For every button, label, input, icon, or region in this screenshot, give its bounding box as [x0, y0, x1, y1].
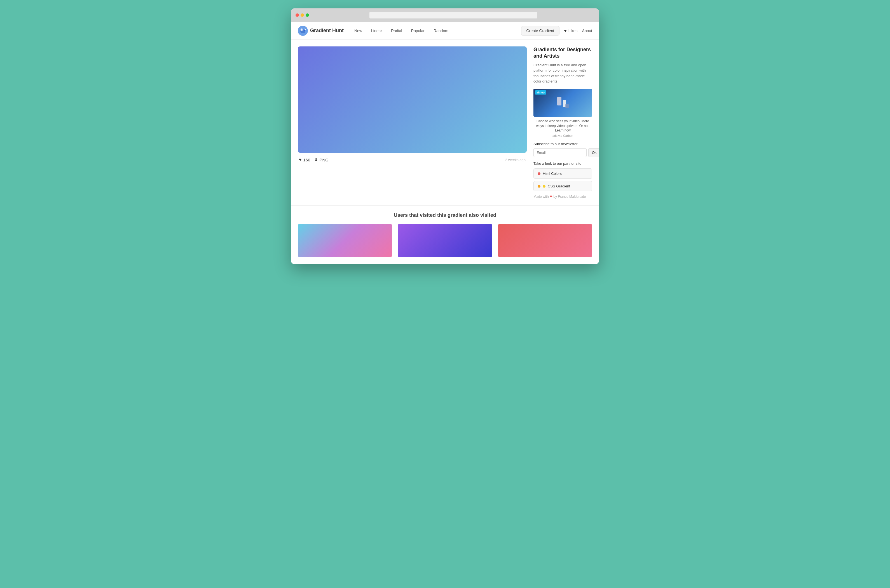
- gradient-section: ♥ 160 ⬇ PNG 2 weeks ago: [298, 46, 527, 199]
- css-gradient-button[interactable]: CSS Gradient: [534, 181, 592, 191]
- gradient-meta: ♥ 160 ⬇ PNG 2 weeks ago: [298, 153, 527, 167]
- svg-rect-5: [557, 97, 561, 105]
- svg-point-7: [565, 104, 569, 108]
- partner-label: Take a look to our partner site: [534, 161, 592, 166]
- logo-area: Gradient Hunt: [298, 26, 344, 36]
- also-visited-title: Users that visited this gradient also vi…: [298, 212, 592, 218]
- browser-content: Gradient Hunt New Linear Radial Popular …: [291, 22, 599, 264]
- likes-label: Likes: [568, 28, 578, 33]
- html-colors-label: Html Colors: [543, 171, 562, 176]
- sidebar-description: Gradient Hunt is a free and open platfor…: [534, 62, 592, 84]
- dot-red[interactable]: [296, 14, 299, 17]
- likes-link[interactable]: ♥ Likes: [564, 28, 577, 33]
- header-right: Create Gradient ♥ Likes About: [521, 26, 592, 36]
- create-gradient-button[interactable]: Create Gradient: [521, 26, 560, 36]
- heart-icon: ♥: [564, 28, 567, 33]
- heart-made-with: ❤: [550, 195, 552, 199]
- html-colors-icon: [538, 172, 540, 175]
- nav-links: New Linear Radial Popular Random: [350, 27, 452, 34]
- nav-random[interactable]: Random: [430, 27, 452, 34]
- download-png-button[interactable]: ⬇ PNG: [314, 157, 329, 162]
- ad-text: Choose who sees your video. More ways to…: [534, 119, 592, 133]
- gradient-card-1[interactable]: [298, 224, 392, 257]
- download-icon: ⬇: [314, 157, 318, 162]
- ad-box: vimeo Choose who sees your video. More w…: [534, 88, 592, 137]
- html-colors-button[interactable]: Html Colors: [534, 168, 592, 179]
- made-with: Made with ❤ by Franco Maldonado: [534, 195, 592, 199]
- dot-green[interactable]: [306, 14, 309, 17]
- ad-image[interactable]: vimeo: [534, 88, 592, 117]
- like-number: 160: [304, 158, 310, 162]
- nav-popular[interactable]: Popular: [407, 27, 428, 34]
- gradient-card-2[interactable]: [398, 224, 492, 257]
- like-count[interactable]: ♥ 160: [299, 157, 310, 162]
- svg-point-4: [301, 29, 302, 30]
- browser-chrome: [291, 8, 599, 22]
- heart-filled-icon: ♥: [299, 157, 302, 162]
- newsletter-section: Subscribe to our newsletter Ok: [534, 142, 592, 157]
- main-content: ♥ 160 ⬇ PNG 2 weeks ago Gradients for De…: [291, 40, 599, 206]
- download-label: PNG: [320, 158, 329, 162]
- site-header: Gradient Hunt New Linear Radial Popular …: [291, 22, 599, 40]
- gradient-meta-left: ♥ 160 ⬇ PNG: [299, 157, 329, 162]
- ad-graphic: [552, 94, 574, 111]
- gradient-display[interactable]: [298, 46, 527, 153]
- vimeo-label: vimeo: [535, 90, 546, 94]
- svg-point-3: [301, 29, 302, 30]
- about-link[interactable]: About: [582, 28, 592, 33]
- gradient-cards: [298, 224, 592, 257]
- css-gradient-icon-orange: [538, 185, 540, 188]
- gradient-card-3[interactable]: [498, 224, 592, 257]
- nav-linear[interactable]: Linear: [367, 27, 386, 34]
- dot-yellow[interactable]: [301, 14, 304, 17]
- logo-icon: [298, 26, 308, 36]
- logo-text: Gradient Hunt: [310, 28, 344, 34]
- newsletter-label: Subscribe to our newsletter: [534, 142, 592, 146]
- nav-new[interactable]: New: [350, 27, 366, 34]
- gradient-timestamp: 2 weeks ago: [505, 158, 526, 162]
- ad-via: ads via Carbon: [534, 134, 592, 137]
- browser-window: Gradient Hunt New Linear Radial Popular …: [291, 8, 599, 264]
- email-input[interactable]: [534, 148, 586, 157]
- also-visited-section: Users that visited this gradient also vi…: [291, 206, 599, 264]
- browser-dots: [296, 14, 309, 17]
- newsletter-form: Ok: [534, 148, 592, 157]
- css-gradient-icon-yellow: [543, 185, 546, 188]
- address-bar[interactable]: [370, 12, 537, 18]
- sidebar: Gradients for Designers and Artists Grad…: [534, 46, 592, 199]
- newsletter-ok-button[interactable]: Ok: [588, 148, 599, 157]
- sidebar-title: Gradients for Designers and Artists: [534, 46, 592, 60]
- nav-radial[interactable]: Radial: [387, 27, 406, 34]
- css-gradient-label: CSS Gradient: [548, 184, 570, 188]
